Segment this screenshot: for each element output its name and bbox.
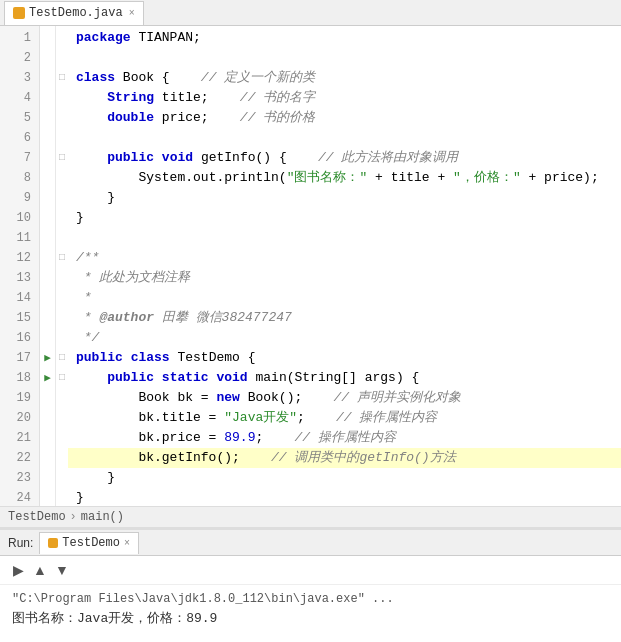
run-tab[interactable]: TestDemo ×: [39, 532, 139, 554]
fold-cell: [56, 28, 68, 48]
fold-cell: [56, 328, 68, 348]
fold-cell: [56, 388, 68, 408]
code-content: package TIANPAN;class Book { // 定义一个新的类 …: [68, 26, 621, 506]
code-line: }: [68, 488, 621, 506]
code-line: bk.getInfo(); // 调用类中的getInfo()方法: [68, 448, 621, 468]
tab-bar: TestDemo.java ×: [0, 0, 621, 26]
gutter-cell: [40, 288, 55, 308]
fold-cell: [56, 268, 68, 288]
line-number: 20: [8, 408, 31, 428]
run-tab-icon: [48, 538, 58, 548]
fold-cell: [56, 108, 68, 128]
line-number: 14: [8, 288, 31, 308]
code-line: package TIANPAN;: [68, 28, 621, 48]
gutter-cell: [40, 488, 55, 506]
run-header: Run: TestDemo ×: [0, 530, 621, 556]
line-number: 24: [8, 488, 31, 506]
fold-cell: [56, 488, 68, 506]
fold-cell[interactable]: □: [56, 248, 68, 268]
fold-cell: [56, 448, 68, 468]
gutter-cell: [40, 308, 55, 328]
fold-cell: [56, 228, 68, 248]
gutter-cell: [40, 228, 55, 248]
line-number: 23: [8, 468, 31, 488]
line-number: 9: [8, 188, 31, 208]
line-number: 1: [8, 28, 31, 48]
code-line: String title; // 书的名字: [68, 88, 621, 108]
breadcrumb-separator: ›: [70, 510, 77, 524]
code-line: public class TestDemo {: [68, 348, 621, 368]
fold-cell: [56, 428, 68, 448]
gutter: ▶▶: [40, 26, 56, 506]
fold-cell[interactable]: □: [56, 348, 68, 368]
gutter-cell: [40, 208, 55, 228]
gutter-cell[interactable]: ▶: [40, 348, 55, 368]
code-line: bk.price = 89.9; // 操作属性内容: [68, 428, 621, 448]
gutter-cell: [40, 248, 55, 268]
code-line: bk.title = "Java开发"; // 操作属性内容: [68, 408, 621, 428]
line-number: 19: [8, 388, 31, 408]
code-line: *: [68, 288, 621, 308]
line-number: 16: [8, 328, 31, 348]
run-toolbar: ▶ ▲ ▼: [0, 556, 621, 585]
gutter-cell: [40, 128, 55, 148]
gutter-cell: [40, 148, 55, 168]
code-line: * 此处为文档注释: [68, 268, 621, 288]
fold-cell: [56, 408, 68, 428]
fold-cell: [56, 168, 68, 188]
code-line: double price; // 书的价格: [68, 108, 621, 128]
fold-cell: [56, 208, 68, 228]
line-number: 22: [8, 448, 31, 468]
gutter-cell: [40, 168, 55, 188]
line-number: 7: [8, 148, 31, 168]
fold-cell: [56, 128, 68, 148]
fold-cell[interactable]: □: [56, 68, 68, 88]
editor-tab[interactable]: TestDemo.java ×: [4, 1, 144, 25]
gutter-cell: [40, 428, 55, 448]
breadcrumb-method: main(): [81, 510, 124, 524]
gutter-cell: [40, 408, 55, 428]
gutter-cell: [40, 68, 55, 88]
gutter-cell: [40, 328, 55, 348]
code-line: * @author 田攀 微信382477247: [68, 308, 621, 328]
line-number: 13: [8, 268, 31, 288]
fold-cell: [56, 88, 68, 108]
gutter-cell[interactable]: ▶: [40, 368, 55, 388]
java-file-icon: [13, 7, 25, 19]
line-number: 5: [8, 108, 31, 128]
code-line: }: [68, 468, 621, 488]
code-line: [68, 228, 621, 248]
gutter-cell: [40, 88, 55, 108]
fold-cell: [56, 468, 68, 488]
code-line: public static void main(String[] args) {: [68, 368, 621, 388]
code-line: */: [68, 328, 621, 348]
line-number: 12: [8, 248, 31, 268]
line-number: 10: [8, 208, 31, 228]
run-play-button[interactable]: ▶: [8, 560, 28, 580]
code-editor: 123456789101112131415161718192021222324 …: [0, 26, 621, 506]
gutter-cell: [40, 28, 55, 48]
line-numbers: 123456789101112131415161718192021222324: [0, 26, 40, 506]
line-number: 6: [8, 128, 31, 148]
fold-cell[interactable]: □: [56, 368, 68, 388]
line-number: 15: [8, 308, 31, 328]
run-panel: Run: TestDemo × ▶ ▲ ▼ "C:\Program Files\…: [0, 528, 621, 642]
gutter-cell: [40, 268, 55, 288]
run-down-button[interactable]: ▼: [52, 560, 72, 580]
gutter-cell: [40, 188, 55, 208]
line-number: 4: [8, 88, 31, 108]
fold-column: □□□□□: [56, 26, 68, 506]
run-output-line2: 图书名称：Java开发，价格：89.9: [12, 609, 609, 629]
gutter-cell: [40, 448, 55, 468]
code-line: [68, 48, 621, 68]
run-tab-label: TestDemo: [62, 536, 120, 550]
code-line: System.out.println("图书名称：" + title + "，价…: [68, 168, 621, 188]
code-line: Book bk = new Book(); // 声明并实例化对象: [68, 388, 621, 408]
tab-close-button[interactable]: ×: [129, 8, 135, 19]
fold-cell: [56, 188, 68, 208]
fold-cell[interactable]: □: [56, 148, 68, 168]
run-up-button[interactable]: ▲: [30, 560, 50, 580]
run-tab-close[interactable]: ×: [124, 538, 130, 549]
run-output-line1: "C:\Program Files\Java\jdk1.8.0_112\bin\…: [12, 589, 609, 609]
code-line: }: [68, 188, 621, 208]
